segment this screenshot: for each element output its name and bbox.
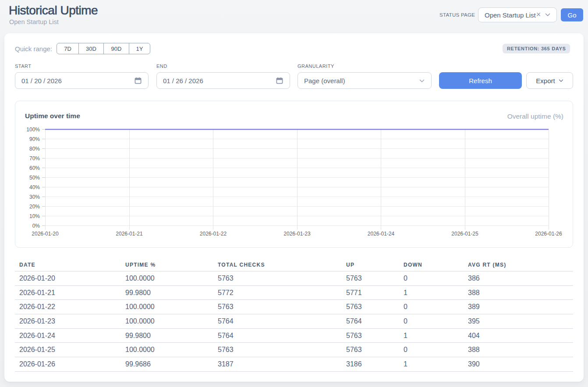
svg-text:30%: 30% — [29, 194, 40, 200]
svg-text:100%: 100% — [26, 127, 40, 133]
svg-text:80%: 80% — [29, 146, 40, 152]
svg-text:2026-01-25: 2026-01-25 — [451, 231, 478, 237]
svg-text:70%: 70% — [29, 155, 40, 162]
svg-text:10%: 10% — [29, 213, 40, 219]
svg-text:0%: 0% — [32, 223, 40, 229]
svg-text:40%: 40% — [29, 184, 40, 190]
svg-text:60%: 60% — [29, 165, 40, 171]
svg-text:2026-01-21: 2026-01-21 — [116, 231, 143, 237]
svg-text:2026-01-20: 2026-01-20 — [32, 231, 59, 237]
svg-text:90%: 90% — [29, 136, 40, 142]
svg-text:2026-01-22: 2026-01-22 — [200, 231, 227, 237]
svg-text:50%: 50% — [29, 175, 40, 181]
svg-text:20%: 20% — [29, 204, 40, 210]
svg-text:2026-01-23: 2026-01-23 — [283, 231, 311, 237]
svg-text:2026-01-24: 2026-01-24 — [368, 231, 395, 237]
svg-text:2026-01-26: 2026-01-26 — [535, 231, 562, 237]
